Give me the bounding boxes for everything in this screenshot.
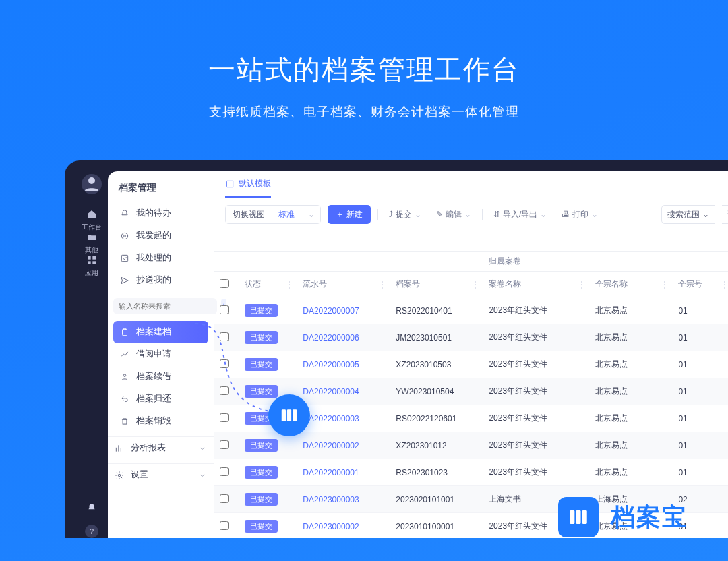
submit-button[interactable]: ⤴ 提交⌄ <box>385 205 425 224</box>
left-rail: 工作台 其他 应用 ? <box>75 171 108 538</box>
sidebar-search-input[interactable] <box>113 298 217 314</box>
cell-fno: 01 <box>673 378 728 405</box>
row-checkbox[interactable] <box>220 359 229 368</box>
sidebar-item-trend[interactable]: 借阅申请 <box>113 343 208 365</box>
import-export-button[interactable]: ⇵ 导入/导出⌄ <box>489 205 551 224</box>
row-checkbox[interactable] <box>220 413 229 422</box>
cell-fno: 01 <box>673 459 728 486</box>
sidebar-item-send[interactable]: 抄送我的 <box>113 269 208 291</box>
row-checkbox[interactable] <box>220 494 229 503</box>
column-header[interactable]: 案卷名称⋮ <box>483 272 590 297</box>
cell-fonds: 北京易点 <box>590 378 673 405</box>
serial-link[interactable]: DA2022000004 <box>303 387 359 396</box>
row-checkbox[interactable] <box>220 440 229 449</box>
column-menu-icon[interactable]: ⋮ <box>378 280 386 289</box>
column-header[interactable]: 流水号⋮ <box>297 272 390 297</box>
main: 默认模板 管理全 切换视图 标准 ⌄ ＋新建 ⤴ 提交⌄ ✎ 编辑⌄ ⇵ 导入/ <box>214 171 728 538</box>
brand-logo <box>558 497 599 537</box>
new-button[interactable]: ＋新建 <box>328 205 371 224</box>
print-button[interactable]: 🖶 打印⌄ <box>557 205 602 224</box>
column-header[interactable]: 全宗号⋮ <box>673 272 728 297</box>
serial-link[interactable]: DA2022000005 <box>303 360 359 370</box>
row-checkbox[interactable] <box>220 332 229 341</box>
serial-link[interactable]: DA2022000003 <box>303 414 359 423</box>
sidebar-item-return[interactable]: 档案归还 <box>113 388 208 410</box>
svg-rect-12 <box>226 181 233 187</box>
search-scope[interactable]: 搜索范围⌄ <box>661 205 715 224</box>
trash-icon <box>120 417 129 426</box>
column-header[interactable]: 状态⋮ <box>239 272 297 297</box>
column-menu-icon[interactable]: ⋮ <box>661 280 669 289</box>
cell-name: 2023年红头文件 <box>483 378 590 405</box>
column-menu-icon[interactable]: ⋮ <box>578 280 586 289</box>
clip-icon <box>120 328 129 337</box>
search-input[interactable]: 请输入搜索内 <box>722 205 728 224</box>
row-checkbox[interactable] <box>220 386 229 395</box>
serial-link[interactable]: DA2022000006 <box>303 333 359 343</box>
row-checkbox[interactable] <box>220 467 229 476</box>
cell-doc: 2023020101001 <box>390 486 483 513</box>
sidebar-section-chart[interactable]: 分析报表 <box>108 436 214 459</box>
sidebar-item-label: 档案续借 <box>136 371 171 382</box>
serial-link[interactable]: DA2022000002 <box>303 441 359 450</box>
help-icon[interactable]: ? <box>85 525 98 538</box>
rail-item-folder[interactable]: 其他 <box>82 232 102 255</box>
status-badge: 已提交 <box>245 439 278 452</box>
template-icon <box>225 179 235 189</box>
sidebar-item-bell[interactable]: 我的待办 <box>113 202 208 225</box>
serial-link[interactable]: DA2022000007 <box>303 306 359 316</box>
user-icon <box>120 372 129 382</box>
sidebar-item-play[interactable]: 我发起的 <box>113 225 208 247</box>
cell-fno: 01 <box>673 351 728 378</box>
select-all-checkbox[interactable] <box>220 279 229 288</box>
row-checkbox[interactable] <box>220 521 229 530</box>
svg-rect-17 <box>576 510 580 524</box>
svg-rect-3 <box>88 261 91 264</box>
cell-doc: RS202301023 <box>390 459 483 486</box>
table-row[interactable]: 已提交 DA2022000001 RS202301023 2023年红头文件 北… <box>214 459 728 486</box>
column-group-header: 归属案卷 <box>483 252 728 272</box>
sidebar-section-gear[interactable]: 设置 <box>108 463 214 486</box>
cell-doc: 2023010100001 <box>390 513 483 539</box>
serial-link[interactable]: DA2023000002 <box>303 522 359 531</box>
sidebar-item-trash[interactable]: 档案销毁 <box>113 410 208 432</box>
tab-default-template[interactable]: 默认模板 <box>225 171 271 198</box>
svg-point-5 <box>121 233 127 239</box>
table-row[interactable]: 已提交 DA2022000005 XZ2023010503 2023年红头文件 … <box>214 351 728 378</box>
view-switch[interactable]: 切换视图 标准 ⌄ <box>225 205 321 224</box>
sidebar-item-label: 借阅申请 <box>136 349 171 360</box>
cell-fonds: 北京易点 <box>590 297 673 324</box>
avatar[interactable] <box>82 174 102 194</box>
records-table: 归属案卷 状态⋮流水号⋮档案号⋮案卷名称⋮全宗名称⋮全宗号⋮卷库名称⋮ 已提交 … <box>214 252 728 538</box>
tab-label: 默认模板 <box>239 178 271 189</box>
rail-item-grid[interactable]: 应用 <box>82 255 102 278</box>
table-row[interactable]: 已提交 DA2022000002 XZ202301012 2023年红头文件 北… <box>214 432 728 459</box>
table-row[interactable]: 已提交 DA2022000007 RS2022010401 2023年红头文件 … <box>214 297 728 324</box>
column-menu-icon[interactable]: ⋮ <box>471 280 479 289</box>
bell-icon[interactable] <box>87 503 96 512</box>
edit-button[interactable]: ✎ 编辑⌄ <box>432 205 475 224</box>
return-icon <box>120 394 129 404</box>
column-header[interactable]: 全宗名称⋮ <box>590 272 673 297</box>
row-checkbox[interactable] <box>220 305 229 314</box>
table-row[interactable]: 已提交 DA2022000004 YW2023010504 2023年红头文件 … <box>214 378 728 405</box>
serial-link[interactable]: DA2022000001 <box>303 468 359 477</box>
brand-name: 档案宝 <box>611 501 688 534</box>
cell-fonds: 北京易点 <box>590 351 673 378</box>
table-row[interactable]: 已提交 DA2022000003 RS02022120601 2023年红头文件… <box>214 405 728 432</box>
rail-item-home[interactable]: 工作台 <box>82 209 102 232</box>
column-header[interactable]: 档案号⋮ <box>390 272 483 297</box>
column-menu-icon[interactable]: ⋮ <box>285 280 293 289</box>
sidebar-item-clip[interactable]: 档案建档 <box>113 321 208 343</box>
sidebar-item-user[interactable]: 档案续借 <box>113 365 208 388</box>
sidebar-item-check[interactable]: 我处理的 <box>113 247 208 269</box>
status-badge: 已提交 <box>245 520 278 533</box>
hero-subtitle: 支持纸质档案、电子档案、财务会计档案一体化管理 <box>0 103 728 121</box>
play-icon <box>120 231 129 241</box>
serial-link[interactable]: DA2023000003 <box>303 495 359 504</box>
status-badge: 已提交 <box>245 331 278 344</box>
table-row[interactable]: 已提交 DA2022000006 JM2023010501 2023年红头文件 … <box>214 324 728 351</box>
column-menu-icon[interactable]: ⋮ <box>721 280 728 289</box>
sidebar: 档案管理 我的待办 我发起的 我处理的 抄送我的 + 档案建档 借阅申请 档案续… <box>108 171 214 538</box>
chevron-down-icon <box>198 444 207 453</box>
